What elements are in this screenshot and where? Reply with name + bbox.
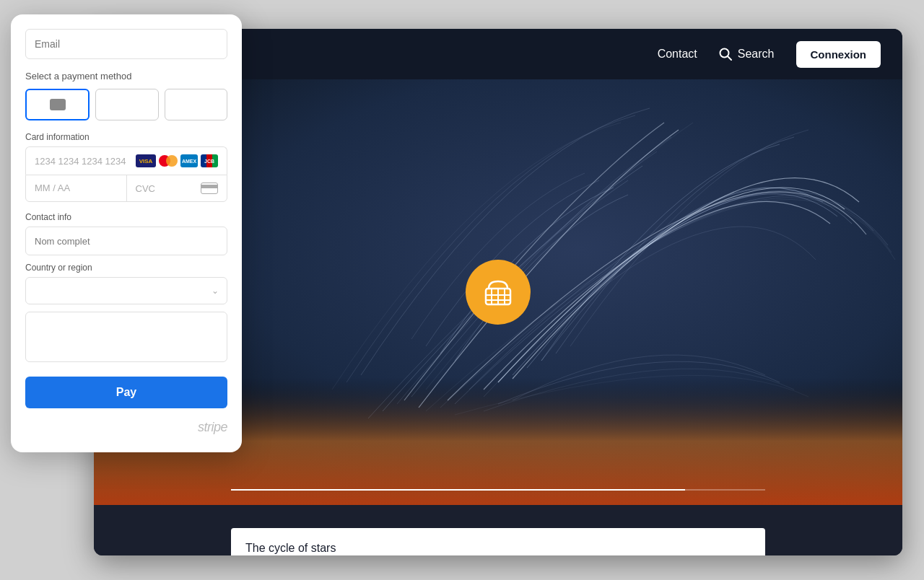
connexion-button[interactable]: Connexion bbox=[796, 41, 881, 68]
svg-line-4 bbox=[728, 56, 731, 60]
country-select-wrapper: ⌄ bbox=[25, 277, 227, 304]
hero-progress-fill bbox=[231, 489, 685, 491]
caption-text: The cycle of stars bbox=[245, 542, 336, 555]
basket-icon bbox=[481, 276, 515, 309]
payment-method-label: Select a payment method bbox=[25, 71, 227, 82]
card-number-placeholder: 1234 1234 1234 1234 bbox=[35, 156, 126, 167]
caption-bar: The cycle of stars bbox=[231, 528, 765, 555]
basket-circle[interactable] bbox=[466, 260, 531, 325]
payment-methods-group bbox=[25, 89, 227, 120]
cvc-icon bbox=[201, 183, 218, 194]
card-logos: VISA AMEX JCB bbox=[136, 154, 218, 167]
card-info-label: Card information bbox=[25, 132, 227, 142]
card-cvc-placeholder[interactable]: CVC bbox=[136, 183, 155, 194]
hero-progress-bar bbox=[231, 489, 765, 491]
contact-info-label: Contact info bbox=[25, 212, 227, 222]
search-icon bbox=[719, 48, 732, 61]
email-input[interactable] bbox=[25, 29, 227, 59]
payment-method-card-btn[interactable] bbox=[25, 89, 90, 120]
visa-logo: VISA bbox=[136, 154, 156, 167]
nav-contact-link[interactable]: Contact bbox=[658, 48, 697, 61]
amex-logo: AMEX bbox=[180, 154, 198, 167]
payment-method-option3-btn[interactable] bbox=[165, 89, 227, 120]
payment-method-option2-btn[interactable] bbox=[95, 89, 158, 120]
card-expiry-placeholder[interactable]: MM / AA bbox=[26, 175, 127, 201]
country-select[interactable] bbox=[25, 277, 227, 304]
stripe-logo-text: stripe bbox=[198, 420, 227, 434]
nav-search-button[interactable]: Search bbox=[719, 48, 775, 61]
card-number-row: 1234 1234 1234 1234 VISA AMEX JCB bbox=[25, 146, 227, 175]
card-expiry-cvc-row: MM / AA CVC bbox=[25, 175, 227, 202]
card-cvc-row: CVC bbox=[127, 175, 227, 201]
pay-button[interactable]: Pay bbox=[25, 377, 227, 408]
stripe-payment-modal: Select a payment method Card information… bbox=[11, 14, 242, 452]
contact-name-input[interactable] bbox=[25, 227, 227, 255]
card-chip-icon bbox=[50, 99, 66, 110]
mastercard-logo bbox=[159, 155, 178, 167]
stripe-branding: stripe bbox=[25, 420, 227, 435]
jcb-logo: JCB bbox=[201, 154, 218, 167]
nav-search-label: Search bbox=[738, 48, 775, 61]
country-label: Country or region bbox=[25, 263, 227, 273]
address-textarea[interactable] bbox=[25, 312, 227, 362]
